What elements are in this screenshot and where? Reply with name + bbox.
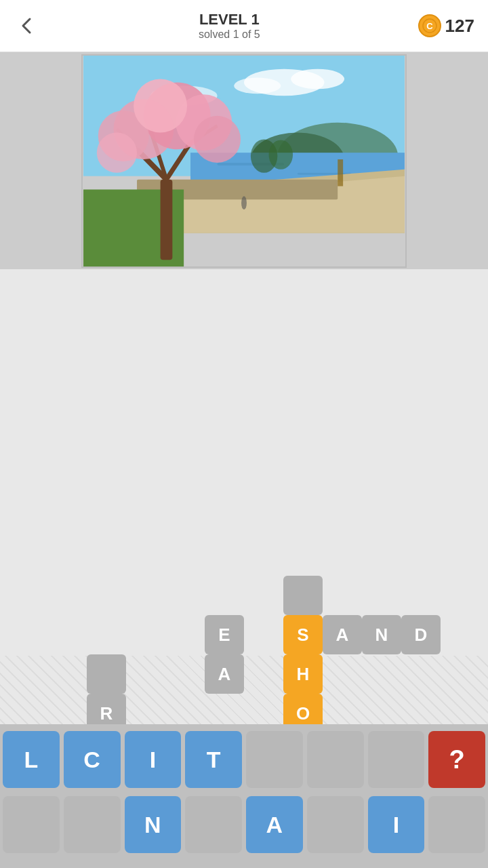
level-title: LEVEL 1: [199, 11, 260, 28]
svg-point-33: [269, 140, 293, 169]
key-empty-5: [64, 796, 121, 853]
header: LEVEL 1 solved 1 of 5 C 127: [0, 0, 488, 52]
cell-A-col: A: [205, 654, 244, 694]
coins-display: C 127: [418, 14, 474, 37]
coin-icon: C: [418, 14, 441, 37]
svg-rect-31: [338, 159, 343, 186]
key-T[interactable]: T: [185, 731, 242, 788]
photo-area: [0, 52, 488, 269]
keyboard-row-2: N A I: [0, 792, 488, 857]
svg-point-29: [97, 132, 137, 172]
cell-H: H: [283, 654, 323, 694]
key-empty-6: [185, 796, 242, 853]
svg-point-28: [194, 115, 241, 162]
svg-point-5: [234, 77, 281, 94]
keyboard-area: L C I T ? N A I: [0, 724, 488, 868]
key-empty-2: [307, 731, 364, 788]
svg-point-30: [241, 196, 247, 210]
key-hint[interactable]: ?: [428, 731, 485, 788]
level-info: LEVEL 1 solved 1 of 5: [199, 11, 260, 41]
key-I2[interactable]: I: [368, 796, 425, 853]
coins-count: 127: [445, 16, 474, 37]
level-subtitle: solved 1 of 5: [199, 28, 260, 41]
svg-point-4: [291, 68, 344, 89]
key-empty-1: [246, 731, 303, 788]
cell-N-sand: N: [362, 615, 401, 654]
key-empty-3: [368, 731, 425, 788]
cell-S-sand: S: [283, 615, 323, 654]
cell-shore-empty1: [283, 576, 323, 615]
key-empty-4: [3, 796, 60, 853]
back-button[interactable]: [14, 12, 41, 39]
svg-rect-17: [161, 179, 173, 259]
svg-point-27: [134, 79, 187, 132]
cell-gray-1: [87, 654, 126, 694]
keyboard-row-1: L C I T ?: [0, 724, 488, 792]
photo-image: [81, 54, 407, 268]
cell-D-sand: D: [401, 615, 441, 654]
cell-E-top: E: [205, 615, 244, 654]
key-empty-8: [428, 796, 485, 853]
svg-text:C: C: [426, 21, 433, 31]
key-empty-7: [307, 796, 364, 853]
key-C[interactable]: C: [64, 731, 121, 788]
key-N[interactable]: N: [125, 796, 182, 853]
crossword-area: S A N D H O R E L I • E A R E N S E A G …: [0, 269, 488, 656]
key-A[interactable]: A: [246, 796, 303, 853]
key-L[interactable]: L: [3, 731, 60, 788]
key-I[interactable]: I: [125, 731, 182, 788]
cell-A-sand: A: [323, 615, 362, 654]
